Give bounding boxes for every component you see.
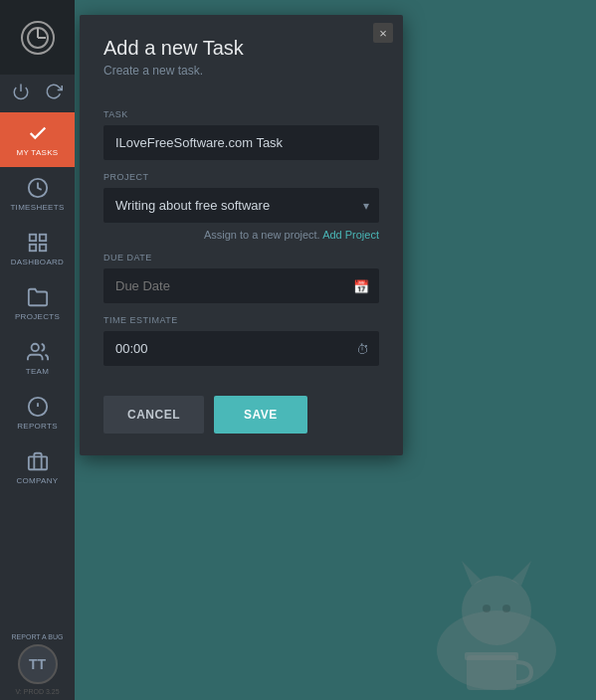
sidebar-item-reports[interactable]: REPORTS xyxy=(0,386,75,440)
sidebar-item-my-tasks[interactable]: MY TASKS xyxy=(0,112,75,167)
power-icon[interactable] xyxy=(12,83,30,104)
due-date-wrapper: 📅 xyxy=(103,268,379,303)
save-button[interactable]: SAVE xyxy=(214,396,307,434)
svg-rect-8 xyxy=(39,245,45,251)
assign-text: Assign to a new project. xyxy=(204,229,322,241)
sidebar-item-dashboard[interactable]: DASHBOARD xyxy=(0,222,75,276)
cancel-button[interactable]: CANCEL xyxy=(103,396,204,434)
modal: × Add a new Task Create a new task. TASK… xyxy=(80,15,403,455)
avatar[interactable]: TT xyxy=(18,644,58,684)
svg-rect-6 xyxy=(29,235,35,241)
svg-rect-14 xyxy=(28,456,46,469)
modal-subtitle: Create a new task. xyxy=(103,64,379,78)
task-input[interactable] xyxy=(103,125,379,160)
svg-point-10 xyxy=(31,344,38,351)
time-estimate-label: TIME ESTIMATE xyxy=(103,315,379,325)
sidebar-item-label: COMPANY xyxy=(17,476,59,485)
modal-close-button[interactable]: × xyxy=(373,23,393,43)
svg-rect-7 xyxy=(39,235,45,241)
sidebar-item-team[interactable]: TEAM xyxy=(0,331,75,386)
due-date-label: DUE DATE xyxy=(103,253,379,262)
add-project-link[interactable]: Add Project xyxy=(322,229,379,241)
project-select-wrapper: Writing about free software ▾ xyxy=(103,188,379,223)
modal-header: Add a new Task Create a new task. xyxy=(80,15,403,88)
sidebar-logo xyxy=(0,0,75,75)
due-date-input[interactable] xyxy=(103,268,379,303)
refresh-icon[interactable] xyxy=(45,83,63,104)
project-select[interactable]: Writing about free software xyxy=(103,188,379,223)
sidebar-item-label: DASHBOARD xyxy=(11,258,64,266)
sidebar-item-label: TIMESHEETS xyxy=(10,203,64,212)
sidebar: MY TASKS TIMESHEETS DASHBOARD PROJECTS xyxy=(0,0,75,700)
time-estimate-wrapper: ⏱ xyxy=(103,331,379,366)
sidebar-item-label: REPORTS xyxy=(17,422,58,431)
report-bug-label: REPORT A BUG xyxy=(12,633,64,640)
modal-body: TASK PROJECT Writing about free software… xyxy=(80,88,403,386)
sidebar-item-timesheets[interactable]: TIMESHEETS xyxy=(0,167,75,222)
project-label: PROJECT xyxy=(103,172,379,182)
sidebar-item-label: TEAM xyxy=(26,367,49,376)
sidebar-item-label: MY TASKS xyxy=(17,148,59,157)
sidebar-bottom: REPORT A BUG TT V: PROD 3.25 xyxy=(0,623,75,700)
modal-footer: CANCEL SAVE xyxy=(80,386,403,455)
time-estimate-input[interactable] xyxy=(103,331,379,366)
main-area: ACK O NAGE UR TIME st way to stay on you… xyxy=(75,0,596,700)
modal-title: Add a new Task xyxy=(103,37,379,60)
sidebar-item-company[interactable]: COMPANY xyxy=(0,440,75,495)
version-label: V: PROD 3.25 xyxy=(15,688,59,695)
sidebar-item-label: PROJECTS xyxy=(15,312,60,321)
sidebar-item-projects[interactable]: PROJECTS xyxy=(0,276,75,331)
task-label: TASK xyxy=(103,109,379,119)
assign-link-row: Assign to a new project. Add Project xyxy=(103,229,379,241)
svg-rect-9 xyxy=(29,245,35,251)
